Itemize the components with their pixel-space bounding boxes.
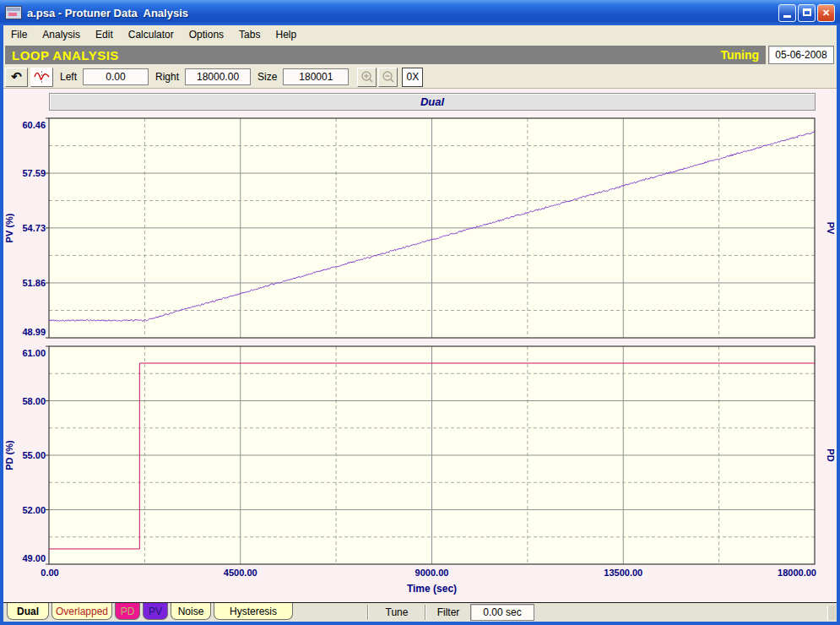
size-label: Size: [257, 71, 277, 83]
signal-cursor-button[interactable]: [30, 68, 53, 87]
resize-grip[interactable]: [827, 606, 836, 620]
menu-bar: File Analysis Edit Calculator Options Ta…: [3, 25, 837, 44]
page-title: LOOP ANALYSIS: [12, 48, 119, 62]
right-axis-label: PV: [826, 222, 836, 235]
bottom-tab-bar: Dual Overlapped PD PV Noise Hysteresis T…: [3, 602, 837, 622]
x-axis-title: Time (sec): [407, 583, 457, 595]
tune-button[interactable]: Tune: [371, 603, 422, 622]
right-field[interactable]: 18000.00: [185, 68, 251, 85]
y-axis-title: PD (%): [4, 440, 14, 470]
chart-area: Dual 60.4657.5954.7351.8648.99PV (%)PV61…: [3, 89, 837, 602]
y-tick-label: 49.00: [22, 553, 46, 563]
window-title: a.psa - Protuner Data Analysis: [27, 7, 188, 19]
signal-wave-icon: [34, 70, 50, 84]
charts-svg: 60.4657.5954.7351.8648.99PV (%)PV61.0058…: [3, 114, 837, 602]
separator: [367, 605, 368, 620]
tab-hysteresis[interactable]: Hysteresis: [214, 603, 293, 620]
title-bar: a.psa - Protuner Data Analysis ✕: [0, 0, 840, 25]
app-icon: [5, 6, 22, 19]
view-tabs: Dual Overlapped PD PV Noise Hysteresis: [7, 603, 293, 620]
close-icon: ✕: [822, 8, 830, 18]
date-field[interactable]: 05-06-2008: [768, 46, 834, 64]
menu-edit[interactable]: Edit: [88, 26, 121, 43]
tab-overlapped[interactable]: Overlapped: [51, 603, 112, 620]
maximize-icon: [803, 8, 811, 16]
chart-title-bar: Dual: [49, 93, 816, 111]
minimize-icon: [783, 15, 791, 18]
left-field[interactable]: 0.00: [83, 68, 149, 85]
tab-pv[interactable]: PV: [143, 603, 168, 620]
left-label: Left: [60, 71, 77, 83]
y-tick-label: 60.46: [22, 120, 46, 130]
x-tick-label: 9000.00: [415, 568, 449, 578]
x-tick-label: 18000.00: [778, 568, 816, 578]
x-tick-label: 13500.00: [604, 568, 642, 578]
menu-calculator[interactable]: Calculator: [121, 26, 182, 43]
analysis-header: LOOP ANALYSIS Tuning 05-06-2008: [3, 44, 837, 66]
menu-help[interactable]: Help: [268, 26, 304, 43]
zoom-out-icon: [382, 70, 395, 84]
y-tick-label: 52.00: [22, 505, 46, 515]
menu-file[interactable]: File: [3, 26, 35, 43]
y-tick-label: 57.59: [22, 168, 46, 178]
toolbar: ↶ Left 0.00 Right 18000.00 Size 180001: [3, 66, 837, 89]
x-tick-label: 0.00: [41, 568, 58, 578]
app-window: a.psa - Protuner Data Analysis ✕ File An…: [0, 0, 840, 625]
y-axis-title: PV (%): [4, 213, 14, 242]
filter-time-field[interactable]: 0.00 sec: [470, 604, 534, 621]
size-field[interactable]: 180001: [283, 68, 349, 85]
menu-options[interactable]: Options: [182, 26, 231, 43]
menu-analysis[interactable]: Analysis: [35, 26, 88, 43]
close-button[interactable]: ✕: [817, 4, 835, 22]
filter-button[interactable]: Filter: [428, 603, 469, 622]
minimize-button[interactable]: [778, 4, 796, 22]
reset-zoom-button[interactable]: 0X: [402, 68, 423, 87]
right-label: Right: [155, 71, 179, 83]
zoom-in-button[interactable]: [357, 68, 377, 87]
tab-noise[interactable]: Noise: [171, 603, 211, 620]
undo-button[interactable]: ↶: [5, 68, 28, 87]
zoom-in-icon: [360, 70, 374, 84]
y-tick-label: 54.73: [22, 223, 46, 233]
maximize-button[interactable]: [798, 4, 816, 22]
separator: [425, 605, 425, 620]
y-tick-label: 48.99: [22, 327, 46, 337]
mode-label: Tuning: [720, 48, 759, 62]
y-tick-label: 61.00: [22, 348, 46, 358]
right-axis-label: PD: [826, 448, 836, 461]
x-tick-label: 4500.00: [224, 568, 257, 578]
y-tick-label: 51.86: [22, 278, 46, 288]
zoom-out-button[interactable]: [378, 68, 398, 87]
y-tick-label: 58.00: [22, 396, 46, 406]
window-body: File Analysis Edit Calculator Options Ta…: [3, 25, 837, 622]
undo-icon: ↶: [11, 69, 22, 84]
header-gray-panel: LOOP ANALYSIS Tuning: [5, 46, 766, 64]
y-tick-label: 55.00: [22, 450, 46, 460]
menu-tabs[interactable]: Tabs: [231, 26, 268, 43]
tab-pd[interactable]: PD: [115, 603, 140, 620]
tab-dual[interactable]: Dual: [7, 603, 49, 620]
